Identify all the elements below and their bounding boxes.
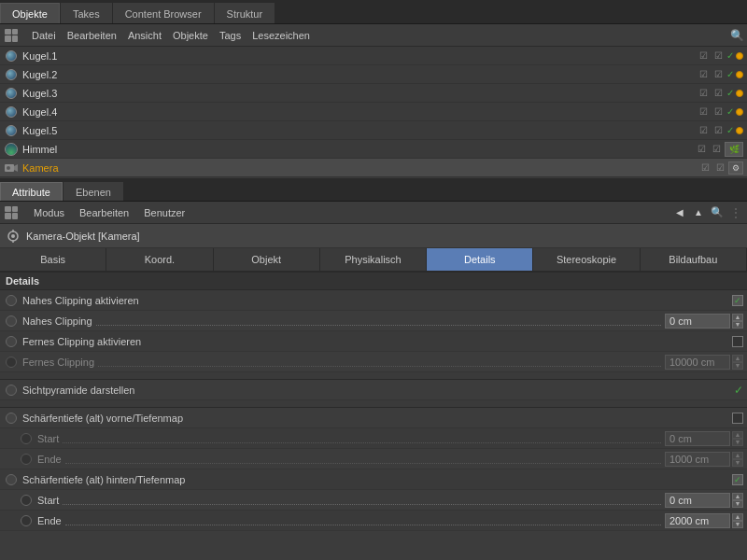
vis-icon-2[interactable]: ☑ <box>697 68 710 81</box>
render-icon-4[interactable]: ☑ <box>712 105 725 119</box>
nahes-clip-spin-down[interactable]: ▼ <box>732 321 743 329</box>
checkbox-nahes-clip-akt[interactable] <box>732 295 743 306</box>
prop-indicator-11[interactable] <box>21 515 32 526</box>
menu-tags[interactable]: Tags <box>214 28 247 43</box>
object-row-kugel2[interactable]: Kugel.2 ☑ ☑ ✓ <box>0 65 747 84</box>
sphere-icon-2 <box>4 67 19 82</box>
vis-icon-3[interactable]: ☑ <box>697 87 710 100</box>
obj-icons-kamera: ☑ ☑ ⚙ <box>698 161 743 175</box>
prop-label-fernes-clip: Fernes Clipping <box>22 357 665 368</box>
object-row-himmel[interactable]: Himmel ☑ ☑ 🌿 <box>0 140 747 159</box>
prop-tab-physikalisch[interactable]: Physikalisch <box>320 248 427 271</box>
prop-tab-bildaufbau[interactable]: Bildaufbau <box>641 248 747 271</box>
attr-more-icon[interactable]: ⋮ <box>728 205 743 220</box>
details-section: Details Nahes Clipping aktivieren Nahes … <box>0 273 747 536</box>
prop-tab-koord[interactable]: Koord. <box>106 248 213 271</box>
prop-indicator-3[interactable] <box>6 336 17 347</box>
object-row-kugel3[interactable]: Kugel.3 ☑ ☑ ✓ <box>0 84 747 103</box>
tab-content-browser[interactable]: Content Browser <box>113 3 214 23</box>
prop-tab-basis[interactable]: Basis <box>0 248 106 271</box>
object-row-kamera[interactable]: Kamera ☑ ☑ ⚙ <box>0 159 747 177</box>
himmel-tag: 🌿 <box>725 142 743 157</box>
attr-menu-bearbeiten[interactable]: Bearbeiten <box>72 205 136 220</box>
prop-indicator-7[interactable] <box>21 433 32 444</box>
prop-indicator-6[interactable] <box>6 413 17 424</box>
ende2-spinner[interactable]: ▲ ▼ <box>732 513 743 528</box>
kamera-icon-extra: ⚙ <box>728 161 743 175</box>
attr-menu-benutzer[interactable]: Benutzer <box>136 205 192 220</box>
details-section-header: Details <box>0 273 747 290</box>
menu-bar: Datei Bearbeiten Ansicht Objekte Tags Le… <box>0 24 747 47</box>
prop-indicator-8[interactable] <box>21 454 32 465</box>
prop-indicator-1[interactable] <box>6 295 17 306</box>
attr-menu-modus[interactable]: Modus <box>26 205 72 220</box>
prop-label-schaerfe-hinten: Schärfentiefe (alt) hinten/Tiefenmap <box>22 474 732 485</box>
prop-row-start-2: Start ▲ ▼ <box>0 490 747 511</box>
menu-ansicht[interactable]: Ansicht <box>122 28 167 43</box>
arrow-left-btn[interactable]: ◀ <box>672 205 687 220</box>
vis-icon-k[interactable]: ☑ <box>698 161 712 175</box>
render-icon-3[interactable]: ☑ <box>712 87 725 100</box>
prop-indicator-5[interactable] <box>6 385 17 396</box>
render-icon-h[interactable]: ☑ <box>710 143 723 156</box>
menu-bearbeiten[interactable]: Bearbeiten <box>62 28 122 43</box>
tab-attribute[interactable]: Attribute <box>0 182 63 201</box>
checkbox-schaerfe-hinten[interactable] <box>732 474 743 485</box>
nahes-clip-input[interactable] <box>665 314 730 329</box>
prop-label-nahes-clip: Nahes Clipping <box>22 315 665 327</box>
ende2-spin-up[interactable]: ▲ <box>732 513 743 521</box>
menu-lesezeichen[interactable]: Lesezeichen <box>247 28 316 43</box>
ende2-input[interactable] <box>665 513 730 528</box>
prop-tab-stereoskopie[interactable]: Stereoskopie <box>533 248 640 271</box>
vis-icon-h[interactable]: ☑ <box>695 143 708 156</box>
menu-objekte[interactable]: Objekte <box>167 28 214 43</box>
tab-takes[interactable]: Takes <box>61 3 112 23</box>
prop-indicator-4[interactable] <box>6 357 17 368</box>
tab-struktur[interactable]: Struktur <box>215 3 275 23</box>
prop-indicator-9[interactable] <box>6 474 17 485</box>
nahes-clip-spin-up[interactable]: ▲ <box>732 314 743 321</box>
attr-search-icon[interactable]: 🔍 <box>710 205 725 220</box>
nahes-clip-spinner[interactable]: ▲ ▼ <box>732 314 743 329</box>
orange-dot-1 <box>736 52 743 60</box>
prop-value-schaerfe-hinten <box>732 474 743 485</box>
orange-dot-2 <box>736 71 743 78</box>
prop-row-sichtpyramide: Sichtpyramide darstellen ✓ <box>0 380 747 400</box>
svg-marker-1 <box>14 164 18 172</box>
vis-icon-1[interactable]: ☑ <box>697 49 710 63</box>
ende2-spin-down[interactable]: ▼ <box>732 521 743 528</box>
render-icon-1[interactable]: ☑ <box>712 49 725 63</box>
vis-icon-5[interactable]: ☑ <box>697 124 710 137</box>
prop-value-fernes-clip: ▲ ▼ <box>665 355 743 370</box>
start2-spin-up[interactable]: ▲ <box>732 493 743 500</box>
prop-indicator-2[interactable] <box>6 315 17 327</box>
prop-indicator-10[interactable] <box>21 495 32 506</box>
prop-row-ende-2: Ende ▲ ▼ <box>0 511 747 531</box>
start2-spin-down[interactable]: ▼ <box>732 500 743 508</box>
checkbox-fernes-clip-akt[interactable] <box>732 336 743 347</box>
start2-spinner[interactable]: ▲ ▼ <box>732 493 743 508</box>
start2-input[interactable] <box>665 493 730 508</box>
prop-tab-objekt[interactable]: Objekt <box>214 248 320 271</box>
render-icon-2[interactable]: ☑ <box>712 68 725 81</box>
tab-objekte[interactable]: Objekte <box>0 3 60 23</box>
prop-label-schaerfe-vorne: Schärfentiefe (alt) vorne/Tiefenmap <box>22 413 732 424</box>
object-row-kugel4[interactable]: Kugel.4 ☑ ☑ ✓ <box>0 103 747 121</box>
search-icon[interactable]: 🔍 <box>730 29 743 42</box>
vis-icon-4[interactable]: ☑ <box>697 105 710 119</box>
menu-datei[interactable]: Datei <box>26 28 62 43</box>
arrow-up-btn[interactable]: ▲ <box>691 205 706 220</box>
start1-input <box>665 431 730 446</box>
prop-row-schaerfe-vorne: Schärfentiefe (alt) vorne/Tiefenmap <box>0 408 747 428</box>
render-icon-5[interactable]: ☑ <box>712 124 725 137</box>
render-icon-k[interactable]: ☑ <box>713 161 726 175</box>
object-row-kugel1[interactable]: Kugel.1 ☑ ☑ ✓ <box>0 47 747 65</box>
prop-row-spacer2 <box>0 400 747 408</box>
prop-row-nahes-clip: Nahes Clipping ▲ ▼ <box>0 311 747 331</box>
prop-tab-details[interactable]: Details <box>427 248 533 271</box>
sphere-icon-5 <box>4 123 19 138</box>
objects-panel: Kugel.1 ☑ ☑ ✓ Kugel.2 ☑ ☑ ✓ Kugel.3 ☑ ☑ … <box>0 47 747 179</box>
checkbox-schaerfe-vorne[interactable] <box>732 413 743 424</box>
object-row-kugel5[interactable]: Kugel.5 ☑ ☑ ✓ <box>0 121 747 140</box>
tab-ebenen[interactable]: Ebenen <box>63 182 123 201</box>
